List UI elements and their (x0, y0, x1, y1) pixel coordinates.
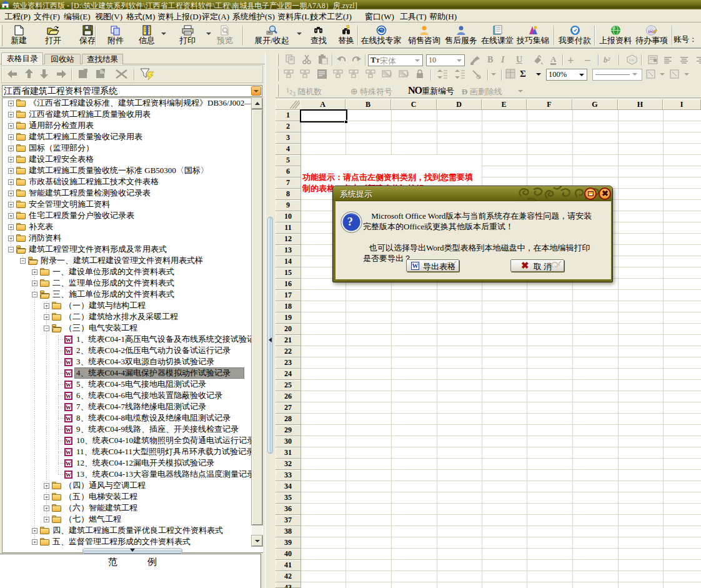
svg-text:?: ? (347, 215, 354, 228)
svg-text:1/a: 1/a (629, 57, 634, 62)
